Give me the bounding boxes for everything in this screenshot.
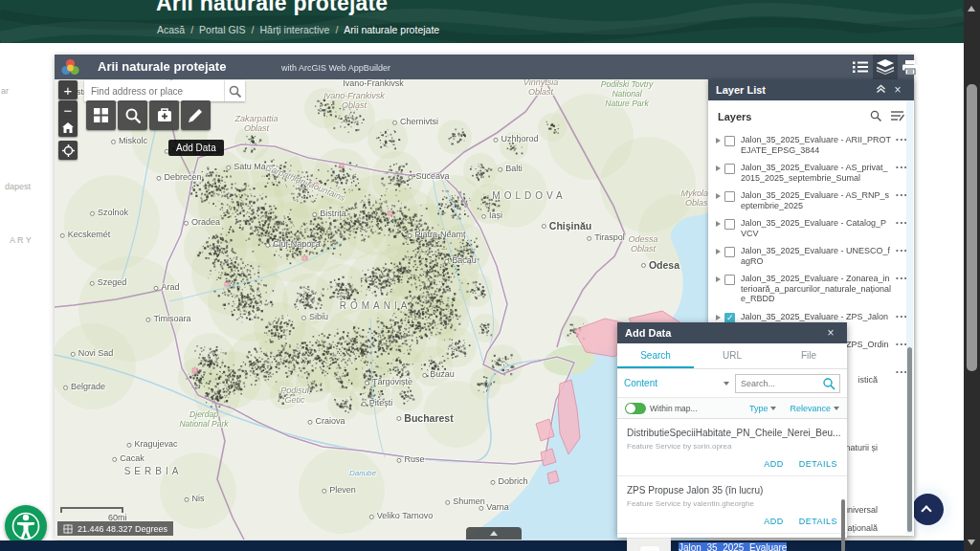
- legend-icon[interactable]: [848, 55, 873, 79]
- monitor-icon: [640, 546, 659, 551]
- layer-list-row[interactable]: Jalon_35_2025_Evaluare - AS_RNP_septembr…: [708, 187, 914, 214]
- expand-arrow-icon[interactable]: [716, 221, 721, 227]
- item-action-link[interactable]: ADD: [764, 459, 784, 469]
- arcgis-web-app: Arii naturale protejate with ArcGIS Web …: [55, 55, 914, 540]
- stray-map-label: ar: [1, 86, 9, 96]
- expand-arrow-icon[interactable]: [716, 193, 721, 199]
- item-title: DistributieSpeciiHabitate_PN_Cheile_Nere…: [627, 428, 840, 438]
- layer-checkbox[interactable]: [724, 136, 735, 146]
- pencil-icon: [189, 108, 203, 122]
- chevron-up-icon: [921, 505, 931, 516]
- caret-up-icon: [490, 531, 498, 536]
- add-data-result-item[interactable]: ZPS Propuse Jalon 35 (în lucru) Feature …: [617, 476, 847, 534]
- layer-checkbox[interactable]: [724, 247, 735, 257]
- dialog-search-input[interactable]: [736, 379, 820, 388]
- scrollbar-thumb[interactable]: [967, 84, 977, 371]
- attribution-expand-tab[interactable]: [466, 527, 522, 540]
- crosshair-icon[interactable]: [63, 524, 73, 534]
- add-data-controls: Content: [617, 369, 847, 397]
- panel-scrollbar-thumb[interactable]: [907, 347, 912, 532]
- layer-label: Jalon_35_2025_Evaluare - Catalog_PVCV: [741, 218, 892, 238]
- breadcrumb-item[interactable]: Portal GIS: [199, 24, 245, 35]
- scroll-to-top-button[interactable]: [912, 494, 944, 525]
- zoom-in-button[interactable]: +: [58, 80, 78, 99]
- layer-label: Jalon_35_2025_Evaluare - AS_privat_2015_…: [741, 163, 892, 183]
- expand-arrow-icon[interactable]: [716, 165, 721, 171]
- zoom-out-button[interactable]: −: [58, 100, 78, 120]
- dialog-search-icon[interactable]: [820, 377, 839, 390]
- obscured-layer-fragment: naturii și: [845, 443, 878, 452]
- basemap-gallery-button[interactable]: [86, 100, 116, 130]
- layer-checkbox[interactable]: [724, 219, 735, 230]
- scrollbar-down-arrow[interactable]: [968, 540, 975, 545]
- add-data-title: Add Data: [625, 327, 822, 339]
- layer-list-row[interactable]: Jalon_35_2025_Evaluare - UNESCO_fagRO ••…: [708, 242, 914, 270]
- breadcrumb-item[interactable]: Arii naturale protejate: [344, 24, 439, 35]
- layer-label: Jalon_35_2025_Evaluare - UNESCO_fagRO: [741, 246, 892, 266]
- add-data-result-item[interactable]: DistributieSpeciiHabitate_PN_Cheile_Nere…: [617, 419, 847, 476]
- home-icon: [62, 122, 74, 133]
- layer-list-icon[interactable]: [873, 55, 898, 79]
- app-title: Arii naturale protejate: [98, 59, 226, 74]
- panel-scrollbar[interactable]: [906, 100, 913, 534]
- obscured-layer-fragment: istică: [858, 375, 878, 385]
- close-panel-icon[interactable]: ×: [889, 83, 906, 97]
- within-map-toggle[interactable]: [625, 403, 646, 414]
- query-button[interactable]: [118, 100, 147, 130]
- expand-arrow-icon[interactable]: [716, 249, 721, 254]
- item-action-link[interactable]: ADD: [764, 517, 784, 526]
- expand-arrow-icon[interactable]: [716, 276, 721, 282]
- close-dialog-icon[interactable]: ×: [822, 326, 839, 340]
- layer-list-row[interactable]: Jalon_35_2025_Evaluare - AS_privat_2015_…: [708, 159, 914, 187]
- breadcrumb: Acasă/Portal GIS/Hărți interactive/Arii …: [157, 24, 439, 35]
- layer-checkbox[interactable]: [724, 313, 735, 323]
- breadcrumb-item[interactable]: Acasă: [157, 24, 185, 35]
- search-submit-button[interactable]: [224, 80, 245, 101]
- dialog-search-box: [735, 374, 840, 393]
- content-dropdown[interactable]: Content: [624, 378, 729, 388]
- print-icon[interactable]: [898, 55, 923, 79]
- home-extent-button[interactable]: [58, 118, 78, 137]
- relevance-dropdown[interactable]: Relevance: [790, 404, 839, 413]
- content-dropdown-label: Content: [624, 378, 657, 388]
- breadcrumb-separator: /: [252, 24, 255, 35]
- add-data-result-item[interactable]: Jalon_35_2025_Evaluare Feature Service b…: [617, 534, 847, 551]
- results-scrollbar[interactable]: [840, 419, 846, 551]
- layer-label: Jalon_35_2025_Evaluare - Zonarea_interio…: [741, 274, 892, 304]
- rivers: [55, 79, 547, 462]
- search-icon: [229, 85, 241, 98]
- layer-list-title: Layer List: [716, 84, 872, 96]
- app-subtitle: with ArcGIS Web AppBuilder: [281, 63, 390, 73]
- add-data-tab[interactable]: Search: [617, 343, 694, 368]
- add-data-tab[interactable]: URL: [694, 343, 770, 368]
- coordinates-readout: 21.446 48.327 Degrees: [78, 524, 167, 534]
- app-toolbar: Arii naturale protejate with ArcGIS Web …: [55, 55, 914, 79]
- layer-checkbox[interactable]: [724, 191, 735, 202]
- item-actions: ADDDETAILS: [627, 511, 837, 528]
- obscured-layer-fragment: națională: [842, 523, 878, 533]
- layer-checkbox[interactable]: [724, 275, 735, 285]
- my-location-button[interactable]: [58, 141, 78, 160]
- item-action-link[interactable]: DETAILS: [799, 459, 837, 469]
- search-input[interactable]: [84, 80, 224, 101]
- draw-button[interactable]: [181, 100, 211, 130]
- layers-search-icon[interactable]: [870, 108, 881, 125]
- layer-list-row[interactable]: Jalon_35_2025_Evaluare - Zonarea_interio…: [708, 270, 914, 308]
- add-data-header[interactable]: Add Data ×: [617, 322, 847, 343]
- layers-filter-icon[interactable]: [891, 108, 904, 125]
- add-data-button[interactable]: [149, 100, 179, 130]
- layer-checkbox[interactable]: [724, 164, 735, 174]
- type-dropdown[interactable]: Type: [749, 404, 777, 413]
- expand-arrow-icon[interactable]: [716, 138, 721, 143]
- item-title: ZPS Propuse Jalon 35 (în lucru): [627, 485, 763, 496]
- collapse-panel-icon[interactable]: [872, 83, 889, 97]
- add-data-tabs: SearchURLFile: [617, 343, 847, 369]
- breadcrumb-item[interactable]: Hărți interactive: [259, 24, 329, 35]
- scrollbar-up-arrow[interactable]: [968, 6, 975, 11]
- item-action-link[interactable]: DETAILS: [799, 517, 837, 526]
- add-data-tab[interactable]: File: [770, 343, 847, 368]
- layer-list-row[interactable]: Jalon_35_2025_Evaluare - ARII_PROTEJATE_…: [708, 131, 914, 159]
- layer-list-row[interactable]: Jalon_35_2025_Evaluare - Catalog_PVCV ••…: [708, 214, 914, 242]
- expand-arrow-icon[interactable]: [716, 315, 721, 320]
- page-scrollbar[interactable]: [964, 0, 980, 551]
